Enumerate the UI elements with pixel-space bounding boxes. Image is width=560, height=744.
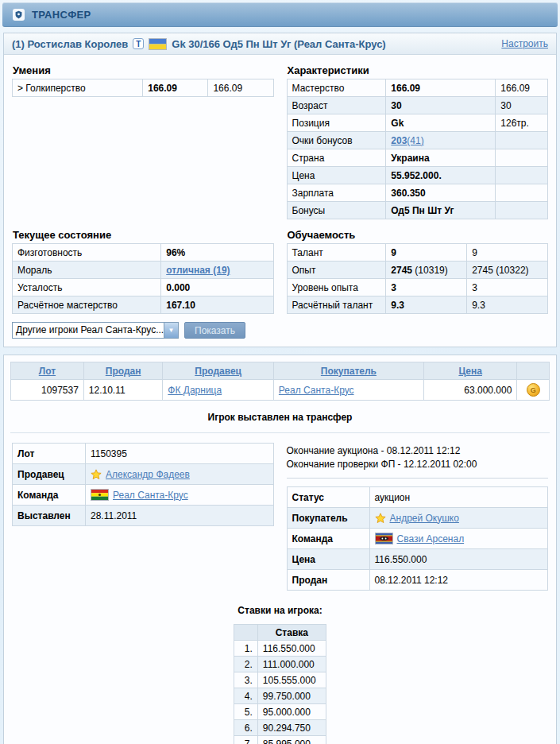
divider [287,478,549,479]
bid-row: 1.116.550.000 [234,641,326,657]
sort-sold-link[interactable]: Продан [106,366,141,377]
history-table: Лот Продан Продавец Покупатель Цена 1097… [10,362,550,401]
transfer-shield-icon [13,9,25,21]
transfer-heading: Игрок выставлен на трансфер [4,412,556,423]
table-row: Цена 116.550.000 [287,549,548,570]
bid-row: 4.99.750.000 [234,688,326,704]
trainability-table: Талант 9 9 Опыт 2745 (10319) 2745 (10322… [287,243,549,314]
skills-section: Умения > Голкиперство 166.09 166.09 [12,60,274,219]
bids-table: Ставка 1.116.550.000 2.111.000.000 3.105… [234,624,326,744]
seller-link[interactable]: Александр Фадеев [106,469,190,480]
characteristics-section: Характеристики Мастерство 166.09 166.09 … [287,60,549,219]
bid-row: 6.90.294.750 [234,720,326,736]
auction-info: Окончание аукциона - 08.12.2011 12:12 Ок… [287,443,549,471]
ukraine-flag-icon [149,38,167,50]
table-row: Очки бонусов 203(41) [287,132,548,149]
auction-status-table: Статус аукцион Покупатель Андрей Окушко … [287,486,549,591]
bid-row: 3.105.555.000 [234,672,326,688]
table-row: Мастерство 166.09 166.09 [287,79,548,97]
other-players-select[interactable]: Другие игроки Реал Санта-Крус... ▼ [12,322,179,339]
history-row: 1097537 12.10.11 ФК Дарница Реал Санта-К… [11,380,550,401]
table-row: Выставлен 28.11.2011 [13,506,274,526]
star-icon [91,469,102,480]
sort-lot-link[interactable]: Лот [39,366,56,377]
skills-title: Умения [13,64,274,76]
table-row: Возраст 30 30 [287,97,548,114]
lot-table: Лот 1150395 Продавец Александр Фадеев Ко… [12,443,274,526]
bolivia-flag-icon [91,489,109,501]
show-button[interactable]: Показать [184,322,245,339]
buyer-link[interactable]: Андрей Окушко [390,513,459,524]
table-row: > Голкиперство 166.09 166.09 [13,79,274,97]
page-title: ТРАНСФЕР [32,9,91,21]
table-row: Цена 55.952.000. [287,167,548,184]
table-row: Команда Реал Санта-Крус [13,485,274,506]
bid-row: 2.111.000.000 [234,657,326,672]
bids-header-row: Ставка [234,625,326,641]
transfer-history: Лот Продан Продавец Покупатель Цена 1097… [4,355,556,401]
table-row: Статус аукцион [287,487,548,508]
table-row: Продан 08.12.2011 12:12 [287,570,548,591]
swaziland-flag-icon [375,533,393,544]
table-row: Зарплата 360.350 [287,184,548,202]
morale-link[interactable]: отличная (19) [166,265,230,276]
buyer-team-link[interactable]: Свази Арсенал [397,533,465,544]
table-row: Усталость 0.000 [13,279,274,296]
player-header: (1) Ростислав Королев T Gk 30/166 Од5 Пн… [4,33,556,55]
sort-buyer-link[interactable]: Покупатель [321,366,377,377]
table-row: Лот 1150395 [13,444,274,464]
chevron-down-icon: ▼ [164,323,178,338]
characteristics-title: Характеристики [288,64,549,76]
auction-section: Окончание аукциона - 08.12.2011 12:12 Ок… [287,443,549,591]
current-state-table: Физготовность 96% Мораль отличная (19) У… [12,243,274,314]
sort-seller-link[interactable]: Продавец [195,366,241,377]
table-row: Талант 9 9 [287,244,548,262]
lot-details-section: Лот 1150395 Продавец Александр Фадеев Ко… [12,443,274,591]
table-row: Страна Украина [287,149,548,167]
transfer-badge-icon: T [133,38,144,49]
table-row: Команда Свази Арсенал [287,529,548,549]
skills-characteristics-row: Умения > Голкиперство 166.09 166.09 Хара… [4,55,556,219]
current-state-title: Текущее состояние [13,229,274,241]
bid-row: 5.95.000.000 [234,704,326,720]
history-price: 63.000.000 [423,380,516,401]
player-panel: (1) Ростислав Королев T Gk 30/166 Од5 Пн… [3,33,557,347]
seller-team-link[interactable]: Реал Санта-Крус [113,490,188,501]
characteristics-table: Мастерство 166.09 166.09 Возраст 30 30 П… [287,79,549,219]
configure-link[interactable]: Настроить [501,38,548,49]
star-icon [375,513,386,524]
state-trainability-row: Текущее состояние Физготовность 96% Мора… [4,219,556,314]
history-header-row: Лот Продан Продавец Покупатель Цена [11,362,550,380]
gold-coin-icon: G [527,383,540,397]
player-summary: Gk 30/166 Од5 Пн Шт Уг (Реал Санта-Крус) [172,38,385,50]
table-row: Уровень опыта 3 3 [287,279,548,296]
other-players-row: Другие игроки Реал Санта-Крус... ▼ Показ… [4,314,556,347]
bids-column-header: Ставка [257,625,326,641]
current-state-section: Текущее состояние Физготовность 96% Мора… [12,224,274,314]
history-seller-link[interactable]: ФК Дарница [168,385,222,396]
select-value: Другие игроки Реал Санта-Крус... [13,323,164,338]
bids-heading: Ставки на игрока: [4,605,556,616]
history-sold-date: 12.10.11 [83,380,163,401]
player-name: (1) Ростислав Королев [12,38,128,50]
bonus-points-link[interactable]: 203(41) [391,135,423,146]
bid-row: 7.85.995.000 [234,736,326,744]
table-row: Опыт 2745 (10319) 2745 (10322) [287,262,548,279]
transfer-panel: Лот Продан Продавец Покупатель Цена 1097… [3,355,557,744]
history-buyer-link[interactable]: Реал Санта-Крус [279,385,354,396]
table-row: Покупатель Андрей Окушко [287,508,548,529]
history-lot: 1097537 [11,380,84,401]
trainability-title: Обучаемость [288,229,549,241]
transfer-details: Лот 1150395 Продавец Александр Фадеев Ко… [4,433,556,591]
table-row: Бонусы Од5 Пн Шт Уг [287,202,548,219]
check-end-line: Окончание проверки ФП - 12.12.2011 02:00 [287,458,549,471]
table-row: Продавец Александр Фадеев [13,464,274,485]
skills-table: > Голкиперство 166.09 166.09 [12,79,274,97]
table-row: Мораль отличная (19) [13,262,274,279]
trainability-section: Обучаемость Талант 9 9 Опыт 2745 (10319)… [287,224,549,314]
table-row: Физготовность 96% [13,244,274,262]
sort-price-link[interactable]: Цена [458,366,482,377]
table-row: Расчётное мастерство 167.10 [13,296,274,314]
auction-end-line: Окончание аукциона - 08.12.2011 12:12 [287,444,549,458]
app-header-bar: ТРАНСФЕР [2,2,558,27]
